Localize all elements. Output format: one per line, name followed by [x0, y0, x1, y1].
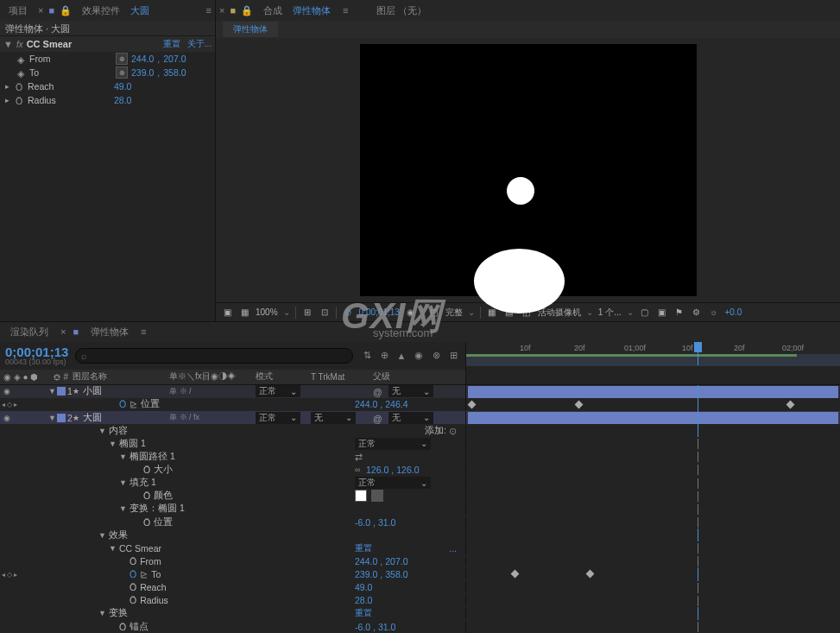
- alpha-icon[interactable]: ▦: [238, 307, 250, 319]
- twirl[interactable]: ▼: [98, 531, 105, 540]
- stopwatch-icon[interactable]: Ö: [143, 465, 150, 475]
- cti-head[interactable]: [694, 342, 702, 352]
- prop-twirl[interactable]: ▸: [5, 82, 12, 91]
- graph-editor-icon[interactable]: ⊞: [446, 349, 460, 363]
- effect-reset[interactable]: 重置: [355, 542, 372, 554]
- blend-mode-dropdown[interactable]: 正常⌄: [256, 412, 300, 424]
- stopwatch-icon[interactable]: Ö: [129, 556, 136, 567]
- reach-value[interactable]: 49.0: [355, 582, 372, 592]
- reach-value[interactable]: 49.0: [114, 81, 131, 92]
- tab-project[interactable]: 项目: [3, 3, 33, 19]
- stopwatch-icon[interactable]: Ö: [16, 96, 24, 104]
- col-mode[interactable]: 模式: [256, 370, 311, 383]
- to-x[interactable]: 239.0: [131, 67, 154, 78]
- kf-prev[interactable]: ◂: [2, 571, 5, 579]
- pickwhip-icon[interactable]: @: [373, 387, 385, 396]
- tab-comp-link[interactable]: 弹性物体: [293, 4, 331, 17]
- twirl[interactable]: ▼: [119, 453, 126, 461]
- reset-link[interactable]: 重置: [355, 607, 372, 619]
- radius-value[interactable]: 28.0: [355, 595, 372, 605]
- twirl[interactable]: ▼: [98, 609, 105, 617]
- comp-subtab-active[interactable]: 弹性物体: [223, 22, 278, 37]
- effect-name[interactable]: CC Smear: [119, 543, 161, 554]
- radius-value[interactable]: 28.0: [114, 95, 131, 105]
- stopwatch-icon[interactable]: Ö: [119, 622, 126, 632]
- tool-icon-1[interactable]: ⇅: [360, 349, 374, 363]
- kf-next[interactable]: ▸: [14, 571, 17, 579]
- stopwatch-icon[interactable]: Ö: [129, 595, 136, 605]
- layer-switches[interactable]: 单 ※ / fx: [169, 412, 256, 423]
- parent-dropdown[interactable]: 无⌄: [388, 385, 433, 397]
- search-input[interactable]: ⌕: [75, 348, 353, 364]
- stopwatch-icon[interactable]: Ö: [143, 517, 150, 528]
- effect-about[interactable]: 关于...: [187, 38, 212, 50]
- channel-icon[interactable]: ⊡: [319, 307, 331, 319]
- mode-dropdown[interactable]: 正常⌄: [355, 477, 431, 489]
- time-ruler[interactable]: 10f 20f 01;00f 10f 20f 02;00f: [466, 342, 840, 366]
- kf-prev[interactable]: ◂: [2, 401, 5, 408]
- to-x[interactable]: 239.0: [355, 569, 377, 579]
- col-switches[interactable]: 单※＼fx目◉◑◈: [169, 370, 256, 383]
- stopwatch-icon[interactable]: Ö: [119, 399, 126, 409]
- to-y[interactable]: 358.0: [385, 569, 407, 579]
- panel-menu-icon[interactable]: ≡: [206, 5, 212, 16]
- snapshot-icon[interactable]: ◉: [405, 307, 417, 319]
- from-x[interactable]: 244.0: [355, 556, 377, 567]
- view4-icon[interactable]: ⚙: [691, 307, 703, 319]
- timecode-icon[interactable]: ⊙: [342, 307, 354, 319]
- stopwatch-icon[interactable]: Ö: [129, 582, 136, 592]
- from-y[interactable]: 207.0: [163, 54, 186, 64]
- tab-timeline-comp[interactable]: 弹性物体: [85, 324, 134, 340]
- tab-comp-link[interactable]: 大圆: [130, 4, 149, 17]
- layer-row-2[interactable]: ◉ ▼2 ★大圆 单 ※ / fx 正常⌄ 无⌄ @无⌄: [0, 411, 840, 424]
- view3-icon[interactable]: ⚑: [673, 307, 685, 319]
- col-idx[interactable]: ⯐ #: [48, 372, 73, 382]
- col-parent[interactable]: 父级: [373, 370, 459, 383]
- eyedropper-icon[interactable]: [371, 490, 383, 502]
- tool-icon-3[interactable]: ▲: [395, 349, 408, 363]
- tab-render-queue[interactable]: 渲染队列: [5, 324, 54, 340]
- pos-x[interactable]: -6.0: [355, 517, 370, 528]
- path-icon[interactable]: ⇄: [355, 452, 363, 462]
- lock-icon[interactable]: 🔒: [60, 5, 72, 16]
- blend-mode-dropdown[interactable]: 正常⌄: [256, 385, 300, 397]
- layer-bar[interactable]: [468, 412, 838, 424]
- region-icon[interactable]: ◰: [428, 307, 440, 319]
- kf-add[interactable]: ◇: [7, 401, 12, 408]
- col-av[interactable]: ◉ ◈ ● ⬢: [0, 372, 48, 382]
- color-swatch[interactable]: [355, 490, 367, 502]
- pos-y[interactable]: 246.4: [385, 399, 407, 409]
- view1-icon[interactable]: ▢: [639, 307, 651, 319]
- twirl[interactable]: ▼: [119, 504, 126, 513]
- layer-bar[interactable]: [468, 386, 838, 398]
- zoom-dropdown[interactable]: 100%: [256, 307, 278, 317]
- color-label[interactable]: [57, 387, 66, 396]
- tool-icon-5[interactable]: ⊗: [429, 349, 443, 363]
- viewer-timecode[interactable]: 0;00;01;13: [359, 307, 400, 317]
- stopwatch-icon[interactable]: Ö: [129, 569, 136, 579]
- color-label[interactable]: [57, 414, 66, 422]
- twirl[interactable]: ▼: [98, 427, 105, 435]
- effect-name[interactable]: CC Smear: [27, 39, 163, 49]
- col-layername[interactable]: 图层名称: [73, 370, 169, 383]
- tab-close[interactable]: ×: [219, 5, 224, 16]
- point-picker-icon[interactable]: ⊕: [116, 53, 128, 65]
- col-trkmat[interactable]: T TrkMat: [311, 372, 373, 382]
- keyframe[interactable]: [786, 400, 795, 408]
- layer-twirl[interactable]: ▼: [48, 387, 55, 396]
- link-icon[interactable]: ∞: [355, 465, 363, 474]
- visibility-toggle[interactable]: ◉: [3, 414, 12, 422]
- res-dropdown[interactable]: 完整: [445, 307, 463, 319]
- layer-name[interactable]: 大圆: [83, 412, 102, 424]
- exposure-icon[interactable]: ☼: [708, 307, 720, 319]
- kf-next[interactable]: ▸: [14, 401, 17, 408]
- twirl[interactable]: ▼: [109, 544, 116, 553]
- mode-dropdown[interactable]: 正常⌄: [355, 438, 431, 450]
- stopwatch-icon[interactable]: ◈: [17, 54, 26, 63]
- twirl[interactable]: ▼: [109, 440, 116, 448]
- pos-y[interactable]: 31.0: [378, 517, 395, 528]
- fx-badge[interactable]: fx: [16, 40, 23, 49]
- tab-effect-controls[interactable]: 效果控件: [77, 3, 125, 19]
- keyframe[interactable]: [511, 570, 520, 579]
- to-y[interactable]: 358.0: [163, 67, 186, 78]
